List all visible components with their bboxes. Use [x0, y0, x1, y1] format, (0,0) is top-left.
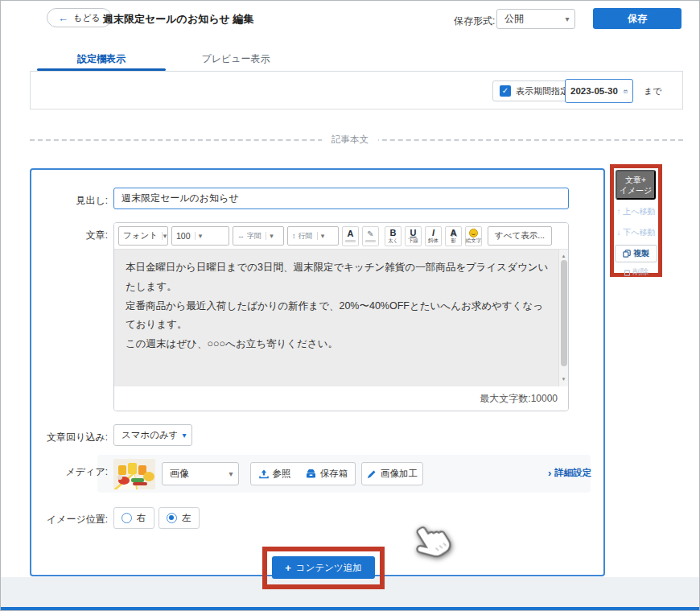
media-label: メディア:: [30, 465, 108, 479]
font-size-value: 100: [172, 231, 195, 241]
image-edit-button[interactable]: 画像加工: [361, 462, 423, 485]
settings-panel: ✓ 表示期間指定 まで: [30, 71, 683, 109]
move-down-label: 下へ移動: [623, 228, 655, 237]
shadow-icon: A: [451, 229, 457, 237]
checkbox-checked-icon[interactable]: ✓: [500, 85, 511, 97]
radio-unchecked-icon[interactable]: [121, 513, 132, 523]
position-left-option[interactable]: 左: [159, 507, 200, 529]
text-wrap-select[interactable]: スマホのみする ▾: [113, 424, 192, 446]
move-up-button[interactable]: ↑ 上へ移動: [614, 206, 658, 217]
page-title: 週末限定セールのお知らせ 編集: [103, 12, 253, 27]
save-format-select[interactable]: 公開 ▾: [496, 9, 575, 29]
image-edit-label: 画像加工: [381, 468, 418, 480]
highlight-color-swatch: [365, 240, 376, 242]
article-body-divider-label: 記事本文: [322, 134, 378, 146]
bold-button[interactable]: B 太く: [385, 226, 401, 246]
block-type-button[interactable]: 文章+ イメージ: [616, 170, 656, 200]
trash-icon: [624, 269, 631, 276]
line-height-icon: ↕: [292, 232, 296, 240]
chevron-down-icon: ▾: [177, 431, 191, 440]
text-wrap-value: スマホのみする: [114, 429, 177, 441]
scroll-down-icon[interactable]: ▼: [559, 375, 568, 384]
delete-label: 削除: [633, 266, 649, 278]
scrollbar[interactable]: ▲ ▼: [558, 250, 568, 386]
font-size-select[interactable]: 100 ▾: [171, 226, 229, 246]
text-wrap-label: 文章回り込み:: [30, 431, 108, 444]
emoji-button[interactable]: 絵文字: [465, 226, 482, 246]
underline-icon: U: [410, 229, 417, 237]
until-label: まで: [644, 85, 662, 97]
media-type-select[interactable]: 画像 ▾: [162, 462, 239, 485]
display-period-label: 表示期間指定: [516, 85, 569, 97]
date-value[interactable]: [570, 86, 620, 96]
block-type-line2: イメージ: [620, 185, 653, 196]
letter-spacing-select[interactable]: ↔ 字間 ▾: [233, 226, 284, 246]
calendar-icon[interactable]: [624, 86, 628, 97]
shadow-button[interactable]: A 影: [445, 226, 462, 246]
italic-icon: I: [432, 229, 434, 237]
tab-preview-view[interactable]: プレビュー表示: [171, 52, 300, 66]
chevron-down-icon: ▾: [162, 232, 167, 240]
emoji-icon: [469, 229, 478, 237]
storage-box-button[interactable]: 保存箱: [299, 462, 356, 485]
editor-page: ← もどる 週末限定セールのお知らせ 編集 保存形式: 公開 ▾ 保存 設定欄表…: [0, 0, 700, 611]
back-arrow-icon: ←: [58, 13, 68, 23]
save-button[interactable]: 保存: [593, 8, 681, 29]
position-right-option[interactable]: 右: [113, 507, 154, 529]
line-height-select[interactable]: ↕ 行間 ▾: [287, 226, 339, 246]
move-down-button[interactable]: ↓ 下へ移動: [614, 227, 658, 238]
save-format-label: 保存形式:: [454, 14, 495, 28]
text-color-button[interactable]: A: [342, 226, 359, 246]
font-select[interactable]: フォント ▾: [118, 226, 168, 246]
display-period-checkbox[interactable]: ✓ 表示期間指定: [492, 81, 576, 101]
tab-settings-view[interactable]: 設定欄表示: [37, 52, 166, 66]
duplicate-label: 複製: [633, 248, 649, 259]
underline-button[interactable]: U 下線: [405, 226, 422, 246]
browse-button[interactable]: 参照: [250, 462, 299, 485]
advanced-settings-link[interactable]: › 詳細設定: [548, 467, 591, 479]
scrollbar-thumb[interactable]: [561, 260, 567, 366]
period-end-date-input[interactable]: [565, 79, 633, 103]
add-content-label: コンテンツ追加: [296, 562, 362, 574]
copy-icon: [623, 250, 631, 258]
chevron-down-icon: ▾: [317, 232, 328, 240]
plus-icon: +: [285, 563, 291, 573]
editor-toolbar: フォント ▾ 100 ▾ ↔ 字間 ▾ ↕ 行間 ▾: [114, 223, 568, 250]
chevron-right-icon: ›: [548, 468, 551, 478]
footer-accent-bar: [1, 607, 699, 611]
media-thumbnail[interactable]: [113, 459, 155, 489]
body-line: 本日金曜日から日曜日までの3日間、週末限定でキッチン雑貨の一部商品をプライスダウ…: [126, 258, 549, 297]
bold-icon: B: [390, 229, 397, 237]
body-textarea[interactable]: 本日金曜日から日曜日までの3日間、週末限定でキッチン雑貨の一部商品をプライスダウ…: [114, 250, 568, 386]
rich-text-editor: フォント ▾ 100 ▾ ↔ 字間 ▾ ↕ 行間 ▾: [113, 222, 569, 411]
italic-button[interactable]: I 斜体: [425, 226, 442, 246]
advanced-settings-label: 詳細設定: [554, 467, 591, 479]
save-format-value: 公開: [497, 12, 560, 26]
storage-box-label: 保存箱: [320, 468, 348, 480]
highlight-pen-icon: ✎: [367, 230, 373, 238]
image-position-label: イメージ位置:: [30, 513, 108, 526]
chevron-down-icon: ▾: [224, 469, 238, 478]
body-line: この週末はぜひ、○○○へお立ち寄りください。: [126, 335, 549, 354]
underline-label: 下線: [408, 238, 418, 244]
arrow-up-icon: ↑: [616, 207, 620, 216]
image-edit-pencil-icon: [367, 469, 377, 479]
highlight-color-button[interactable]: ✎: [362, 226, 379, 246]
chevron-down-icon: ▾: [560, 14, 574, 23]
show-all-button[interactable]: すべて表示...: [488, 226, 552, 246]
duplicate-button[interactable]: 複製: [615, 245, 657, 262]
italic-label: 斜体: [428, 238, 439, 244]
upload-icon: [259, 469, 269, 479]
heading-input[interactable]: [113, 188, 569, 209]
heading-label: 見出し:: [30, 194, 108, 208]
text-color-swatch: [345, 240, 356, 242]
delete-button[interactable]: 削除: [614, 266, 658, 278]
add-content-button[interactable]: + コンテンツ追加: [272, 556, 375, 579]
radio-checked-icon[interactable]: [167, 513, 177, 523]
storage-box-icon: [306, 469, 316, 478]
shadow-label: 影: [451, 238, 456, 244]
back-button[interactable]: ← もどる: [47, 8, 112, 27]
line-height-label: 行間: [299, 231, 313, 242]
chevron-down-icon: ▾: [195, 232, 206, 240]
font-select-value: フォント: [119, 230, 162, 242]
